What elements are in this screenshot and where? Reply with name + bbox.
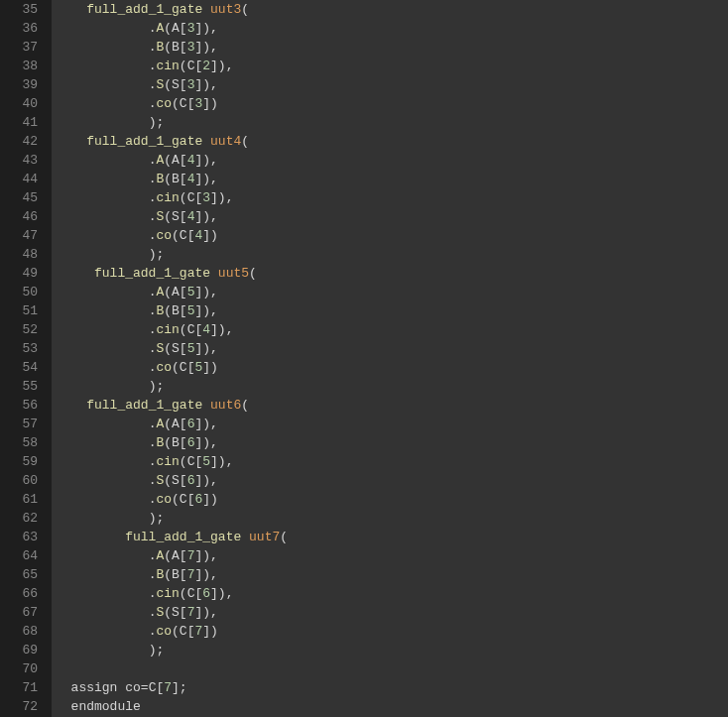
token-module: full_add_1_gate <box>94 266 210 281</box>
code-line[interactable]: full_add_1_gate uut5( <box>56 264 728 283</box>
token-punc: ]), <box>194 77 217 92</box>
token-punc: ); <box>149 115 165 130</box>
token-punc: ]), <box>194 40 217 55</box>
line-number: 55 <box>0 377 38 396</box>
code-line[interactable]: .S(S[6]), <box>56 471 728 490</box>
token-inst: uut5 <box>218 266 249 281</box>
line-number-gutter: 3536373839404142434445464748495051525354… <box>0 0 52 717</box>
token-punc: ]), <box>194 21 217 36</box>
line-number: 59 <box>0 452 38 471</box>
code-line[interactable]: .A(A[7]), <box>56 546 728 565</box>
code-line[interactable]: ); <box>56 641 728 659</box>
code-line[interactable]: full_add_1_gate uut4( <box>56 132 728 151</box>
code-line[interactable]: .B(B[7]), <box>56 565 728 584</box>
code-line[interactable]: .cin(C[5]), <box>56 452 728 471</box>
token-punc: (S[ <box>164 605 186 620</box>
token-num: 5 <box>202 454 210 469</box>
code-line[interactable]: .S(S[5]), <box>56 339 728 358</box>
code-line[interactable]: .co(C[7]) <box>56 622 728 641</box>
code-line[interactable]: .B(B[5]), <box>56 301 728 320</box>
line-number: 62 <box>0 509 38 528</box>
token-punc: ]), <box>210 454 233 469</box>
code-line[interactable]: full_add_1_gate uut7( <box>56 528 728 546</box>
code-line[interactable]: .cin(C[6]), <box>56 584 728 603</box>
code-line[interactable]: .A(A[6]), <box>56 415 728 433</box>
token-punc: ); <box>149 511 165 526</box>
token-punc: ]), <box>194 567 217 582</box>
token-punc <box>202 398 210 413</box>
token-punc: ]), <box>194 153 217 168</box>
token-punc <box>202 2 210 17</box>
line-number: 69 <box>0 641 38 659</box>
token-punc: ]), <box>210 586 233 601</box>
token-punc: ]) <box>202 360 218 375</box>
token-port: cin <box>156 454 179 469</box>
token-module: full_add_1_gate <box>86 398 202 413</box>
code-line[interactable]: .cin(C[2]), <box>56 57 728 75</box>
code-line[interactable]: .cin(C[4]), <box>56 320 728 339</box>
code-line[interactable]: .S(S[7]), <box>56 603 728 622</box>
token-punc: ]), <box>194 417 217 431</box>
code-line[interactable]: assign co=C[7]; <box>56 678 728 697</box>
line-number: 41 <box>0 113 38 132</box>
token-punc: ]), <box>210 190 233 205</box>
token-punc: ]), <box>210 322 233 337</box>
code-line[interactable]: .B(B[3]), <box>56 38 728 57</box>
code-line[interactable]: .co(C[6]) <box>56 490 728 509</box>
token-port: cin <box>156 322 179 337</box>
code-line[interactable]: endmodule <box>56 697 728 716</box>
code-line[interactable]: ); <box>56 113 728 132</box>
line-number: 60 <box>0 471 38 490</box>
line-number: 51 <box>0 301 38 320</box>
token-punc: (A[ <box>164 548 186 563</box>
code-line[interactable]: ); <box>56 245 728 264</box>
token-punc: ); <box>149 643 165 657</box>
token-punc: ]) <box>202 492 218 507</box>
token-inst: uut4 <box>210 134 241 149</box>
code-line[interactable]: .co(C[4]) <box>56 226 728 245</box>
code-line[interactable]: .cin(C[3]), <box>56 188 728 207</box>
code-line[interactable]: .B(B[6]), <box>56 433 728 452</box>
code-line[interactable]: .co(C[5]) <box>56 358 728 377</box>
code-line[interactable] <box>56 659 728 678</box>
code-line[interactable]: full_add_1_gate uut6( <box>56 396 728 415</box>
token-module: full_add_1_gate <box>86 134 202 149</box>
token-punc: (B[ <box>164 567 186 582</box>
code-line[interactable]: .B(B[4]), <box>56 170 728 188</box>
line-number: 50 <box>0 283 38 301</box>
token-inst: uut3 <box>210 2 241 17</box>
code-line[interactable]: .S(S[3]), <box>56 75 728 94</box>
code-line[interactable]: ); <box>56 509 728 528</box>
code-line[interactable]: .co(C[3]) <box>56 94 728 113</box>
token-punc: (C[ <box>180 586 202 601</box>
line-number: 53 <box>0 339 38 358</box>
code-line[interactable]: .A(A[5]), <box>56 283 728 301</box>
token-punc: ); <box>149 247 165 262</box>
token-punc: ]), <box>194 209 217 224</box>
token-num: 4 <box>202 322 210 337</box>
line-number: 61 <box>0 490 38 509</box>
code-line[interactable]: .S(S[4]), <box>56 207 728 226</box>
code-area[interactable]: full_add_1_gate uut3( .A(A[3]), .B(B[3])… <box>52 0 728 717</box>
token-punc: ]), <box>194 341 217 356</box>
token-punc: (C[ <box>180 190 202 205</box>
token-punc: (C[ <box>180 322 202 337</box>
token-punc: ]), <box>194 172 217 186</box>
line-number: 36 <box>0 19 38 38</box>
token-punc: (A[ <box>164 21 186 36</box>
code-line[interactable]: .A(A[4]), <box>56 151 728 170</box>
token-num: 7 <box>164 680 172 695</box>
code-editor[interactable]: 3536373839404142434445464748495051525354… <box>0 0 728 717</box>
token-punc: (B[ <box>164 303 186 318</box>
line-number: 52 <box>0 320 38 339</box>
token-punc <box>210 266 218 281</box>
token-port: co <box>156 492 172 507</box>
code-line[interactable]: .A(A[3]), <box>56 19 728 38</box>
line-number: 47 <box>0 226 38 245</box>
token-punc: ( <box>280 530 288 544</box>
token-punc: ]), <box>194 605 217 620</box>
code-line[interactable]: ); <box>56 377 728 396</box>
line-number: 38 <box>0 57 38 75</box>
token-punc: (C[ <box>172 96 194 111</box>
code-line[interactable]: full_add_1_gate uut3( <box>56 0 728 19</box>
